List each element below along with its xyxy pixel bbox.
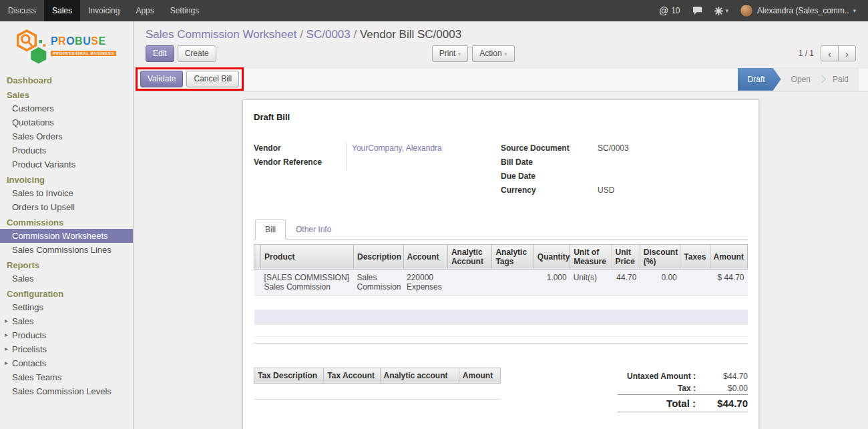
field-row-vendor-reference: Vendor Reference — [254, 156, 501, 169]
menu-settings[interactable]: Settings — [162, 0, 207, 21]
logo-tagline: PROFESSIONAL BUSINESS — [51, 51, 116, 56]
sidebar-item-settings[interactable]: Settings — [0, 300, 133, 314]
sidebar-item-sales-teams[interactable]: Sales Teams — [0, 370, 133, 384]
field-group-right: Source DocumentSC/0003Bill DateDue DateC… — [501, 142, 748, 198]
column-header-analytic-account: Analytic Account — [447, 244, 491, 269]
row-handle-column — [254, 244, 261, 269]
field-label-source-document: Source Document — [501, 142, 598, 155]
sidebar-item-customers[interactable]: Customers — [0, 101, 133, 115]
tab-bill[interactable]: Bill — [255, 220, 286, 240]
sidebar-section-sales[interactable]: Sales — [0, 87, 133, 101]
app-menu: DiscussSalesInvoicingAppsSettings — [0, 0, 207, 21]
sidebar-item-product-variants[interactable]: Product Variants — [0, 157, 133, 171]
action-dropdown-button[interactable]: Action ▾ — [472, 45, 514, 62]
menu-discuss[interactable]: Discuss — [0, 0, 44, 21]
statusbar-row: Validate Cancel Bill DraftOpenPaid — [134, 67, 868, 91]
user-menu[interactable]: Alexandra (Sales_comm.. ▾ — [734, 0, 861, 21]
field-row-currency: CurrencyUSD — [501, 184, 748, 197]
field-label-vendor: Vendor — [254, 142, 346, 155]
breadcrumb: Sales Commission Worksheet / SC/0003 / V… — [146, 28, 868, 41]
field-row-source-document: Source DocumentSC/0003 — [501, 142, 748, 155]
breadcrumb-separator: / — [296, 28, 306, 41]
menu-invoicing[interactable]: Invoicing — [80, 0, 128, 21]
sidebar-item-orders-to-upsell[interactable]: Orders to Upsell — [0, 200, 133, 214]
empty-line-row — [254, 324, 748, 336]
menu-apps[interactable]: Apps — [128, 0, 162, 21]
column-header-discount: Discount (%) — [640, 244, 680, 269]
validate-button[interactable]: Validate — [140, 71, 183, 87]
sidebar-item-commission-worksheets[interactable]: Commission Worksheets — [0, 229, 133, 243]
line-cell: 0.00 — [640, 269, 680, 295]
empty-line-row — [254, 295, 748, 310]
untaxed-amount-row: Untaxed Amount : $44.70 — [618, 370, 748, 382]
menu-sales[interactable]: Sales — [44, 0, 80, 21]
create-button[interactable]: Create — [178, 45, 216, 62]
sidebar-section-reports[interactable]: Reports — [0, 257, 133, 272]
field-label-vendor-reference: Vendor Reference — [254, 156, 346, 169]
annotation-red-box: Validate Cancel Bill — [136, 67, 244, 91]
empty-tax-row — [254, 383, 501, 399]
sidebar: PROBUSE PROFESSIONAL BUSINESS DashboardS… — [0, 21, 134, 429]
section-divider — [254, 343, 748, 344]
field-value-source-document: SC/0003 — [598, 142, 629, 155]
debug-menu-button[interactable]: ▾ — [708, 0, 735, 21]
sidebar-section-dashboard[interactable]: Dashboard — [0, 72, 133, 87]
total-row: Total : $44.70 — [618, 394, 748, 412]
sidebar-item-products[interactable]: Products — [0, 143, 133, 157]
sidebar-item-contacts[interactable]: ▸Contacts — [0, 356, 133, 370]
tax-column-header-analytic-account: Analytic account — [380, 368, 459, 383]
sidebar-item-quotations[interactable]: Quotations — [0, 115, 133, 129]
tax-column-header-amount: Amount — [459, 368, 500, 383]
content-area: Draft Bill VendorYourCompany, AlexandraV… — [134, 91, 868, 429]
pager-next-button[interactable]: › — [838, 45, 856, 61]
sidebar-item-sales[interactable]: ▸Sales — [0, 314, 133, 328]
edit-create-group: Edit Create — [146, 45, 216, 62]
lines-tbody: [SALES COMMISSION] Sales CommissionSales… — [254, 269, 748, 336]
field-value-vendor[interactable]: YourCompany, Alexandra — [346, 142, 501, 155]
validate-button-label: Validate — [148, 74, 176, 83]
line-cell: Sales Commission — [354, 269, 404, 295]
sidebar-item-sales-orders[interactable]: Sales Orders — [0, 129, 133, 143]
messages-button[interactable] — [686, 0, 708, 21]
sidebar-item-pricelists[interactable]: ▸Pricelists — [0, 342, 133, 356]
sidebar-section-configuration[interactable]: Configuration — [0, 286, 133, 300]
topbar-right: @ 10 ▾ Alexandra (Sales_comm.. ▾ — [653, 0, 868, 21]
tab-other-info[interactable]: Other Info — [286, 220, 341, 240]
invoice-line-row[interactable]: [SALES COMMISSION] Sales CommissionSales… — [254, 269, 748, 295]
cancel-bill-button[interactable]: Cancel Bill — [186, 71, 239, 87]
breadcrumb-item-sc-0003[interactable]: SC/0003 — [306, 28, 351, 41]
print-dropdown-button[interactable]: Print ▾ — [432, 45, 469, 62]
sidebar-item-sales[interactable]: Sales — [0, 272, 133, 286]
pager-previous-button[interactable]: ‹ — [821, 45, 839, 61]
avatar — [740, 4, 753, 17]
column-header-amount: Amount — [710, 244, 747, 269]
status-open: Open — [781, 68, 821, 91]
tax-value: $0.00 — [696, 382, 748, 395]
sidebar-section-commissions[interactable]: Commissions — [0, 214, 133, 229]
sidebar-item-sales-to-invoice[interactable]: Sales to Invoice — [0, 186, 133, 200]
line-cell: 220000 Expenses — [403, 269, 447, 295]
edit-button[interactable]: Edit — [146, 45, 174, 62]
sidebar-item-sales-commission-levels[interactable]: Sales Commission Levels — [0, 384, 133, 398]
logo-text-block: PROBUSE PROFESSIONAL BUSINESS — [51, 36, 116, 57]
pager: 1 / 1 ‹ › — [799, 45, 856, 61]
column-header-unit-price: Unit Price — [612, 244, 640, 269]
sidebar-item-sales-commissions-lines[interactable]: Sales Commissions Lines — [0, 243, 133, 257]
logo-icon — [17, 28, 47, 64]
company-logo[interactable]: PROBUSE PROFESSIONAL BUSINESS — [0, 21, 133, 72]
sidebar-item-products[interactable]: ▸Products — [0, 328, 133, 342]
line-cell: 1.000 — [533, 269, 570, 295]
cancel-bill-button-label: Cancel Bill — [194, 74, 232, 83]
field-row-vendor: VendorYourCompany, Alexandra — [254, 142, 501, 155]
caret-down-icon: ▾ — [726, 7, 729, 14]
expand-caret-icon: ▸ — [5, 345, 8, 352]
breadcrumb-item-sales-commission-worksheet[interactable]: Sales Commission Worksheet — [146, 28, 296, 41]
mention-icon: @ — [659, 5, 668, 16]
mention-count: 10 — [671, 6, 680, 15]
mentions-button[interactable]: @ 10 — [653, 5, 686, 16]
pager-text: 1 / 1 — [799, 49, 814, 58]
chevron-left-icon: ‹ — [828, 48, 831, 59]
status-paid: Paid — [823, 68, 859, 91]
sidebar-section-invoicing[interactable]: Invoicing — [0, 171, 133, 186]
chevron-right-icon: › — [845, 48, 849, 59]
